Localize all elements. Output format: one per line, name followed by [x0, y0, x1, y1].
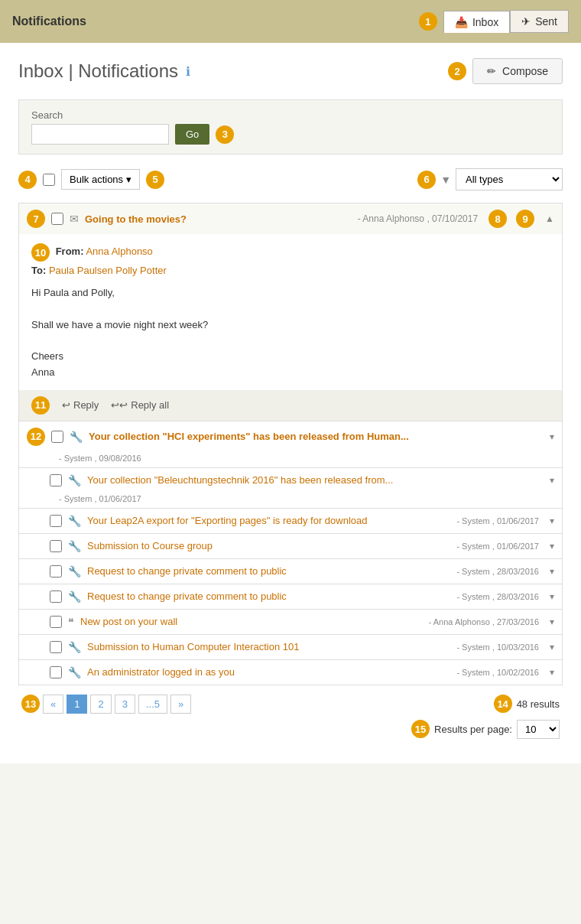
- chevron-down-icon-5: ▾: [550, 541, 554, 551]
- notif-item-1: 7 ✉ Going to the movies? - Anna Alphonso…: [19, 203, 562, 421]
- wrench-icon-7: 🔧: [68, 591, 81, 603]
- go-button[interactable]: Go: [175, 124, 209, 145]
- badge-15: 15: [411, 720, 430, 738]
- notif-meta-7: - System , 28/03/2016: [456, 592, 539, 601]
- notif-item-3: 🔧 Your collection "Beleuchtungstechnik 2…: [19, 468, 562, 509]
- notif-submeta-3: - System , 01/06/2017: [19, 493, 562, 508]
- notif-item-6: 🔧 Request to change private comment to p…: [19, 559, 562, 584]
- inbox-tab[interactable]: 📥 Inbox: [443, 11, 510, 33]
- badge-14: 14: [494, 695, 512, 713]
- notif-subject-4: Your Leap2A export for "Exporting pages"…: [87, 515, 450, 526]
- top-bar-title: Notifications: [12, 15, 86, 28]
- notif-row-9[interactable]: 🔧 Submission to Human Computer Interacti…: [19, 635, 562, 659]
- notif-checkbox-9[interactable]: [50, 641, 62, 653]
- page-3-button[interactable]: 3: [115, 695, 135, 714]
- email-from: 10 From: Anna Alphonso: [31, 243, 550, 262]
- wrench-icon-3: 🔧: [68, 474, 81, 486]
- page-2-button[interactable]: 2: [90, 695, 111, 714]
- sent-tab-label: Sent: [535, 15, 557, 28]
- notif-meta-8: - Anna Alphonso , 27/03/2016: [429, 617, 539, 626]
- inbox-icon: 📥: [455, 16, 468, 28]
- page-header: Inbox | Notifications ℹ 2 ✏ Compose: [18, 58, 563, 84]
- wrench-icon-10: 🔧: [68, 666, 81, 678]
- notif-meta-10: - System , 10/02/2016: [456, 668, 539, 677]
- compose-badge: 2: [448, 62, 466, 80]
- notif-row-6[interactable]: 🔧 Request to change private comment to p…: [19, 559, 562, 584]
- notif-row-8[interactable]: ❝ New post on your wall - Anna Alphonso …: [19, 610, 562, 634]
- badge-10: 10: [31, 243, 50, 262]
- notif-checkbox-3[interactable]: [50, 474, 62, 486]
- info-icon[interactable]: ℹ: [186, 64, 190, 79]
- chevron-up-icon-1: ▲: [545, 213, 554, 224]
- notif-item-8: ❝ New post on your wall - Anna Alphonso …: [19, 610, 562, 635]
- notif-subject-10: An administrator logged in as you: [87, 666, 450, 678]
- page-title-area: Inbox | Notifications ℹ: [18, 60, 190, 82]
- notif-row-1[interactable]: 7 ✉ Going to the movies? - Anna Alphonso…: [19, 203, 562, 234]
- notif-subject-5: Submission to Course group: [87, 540, 450, 551]
- chevron-down-icon-9: ▾: [550, 642, 554, 652]
- notif-row-2[interactable]: 12 🔧 Your collection "HCI experiments" h…: [19, 421, 562, 452]
- email-content-1: 10 From: Anna Alphonso To: Paula Paulsen…: [19, 234, 562, 381]
- email-to: To: Paula Paulsen Polly Potter: [31, 265, 550, 276]
- sent-tab[interactable]: ✈ Sent: [510, 10, 569, 33]
- notif-item-9: 🔧 Submission to Human Computer Interacti…: [19, 635, 562, 660]
- chevron-down-icon-7: ▾: [550, 591, 554, 602]
- notif-meta-9: - System , 10/03/2016: [456, 643, 539, 652]
- reply-label: Reply: [73, 399, 99, 411]
- notif-checkbox-7[interactable]: [50, 591, 62, 603]
- chevron-down-icon-2: ▾: [550, 431, 554, 442]
- page-prev-button[interactable]: «: [43, 695, 63, 714]
- search-input[interactable]: [31, 124, 169, 145]
- search-row: Go 3: [31, 124, 550, 145]
- main-content: Inbox | Notifications ℹ 2 ✏ Compose Sear…: [0, 43, 581, 763]
- notif-checkbox-4[interactable]: [50, 515, 62, 527]
- toolbar-badge-4: 4: [18, 171, 37, 189]
- notif-checkbox-10[interactable]: [50, 666, 62, 678]
- page-1-button[interactable]: 1: [67, 695, 87, 714]
- reply-all-label: Reply all: [131, 399, 169, 411]
- bulk-actions-button[interactable]: Bulk actions ▾: [61, 169, 140, 190]
- notif-checkbox-6[interactable]: [50, 565, 62, 578]
- notif-row-10[interactable]: 🔧 An administrator logged in as you - Sy…: [19, 660, 562, 685]
- page-ellipsis-button[interactable]: ...5: [138, 695, 167, 714]
- notif-row-5[interactable]: 🔧 Submission to Course group - System , …: [19, 534, 562, 558]
- badge-7: 7: [27, 210, 45, 228]
- reply-button[interactable]: ↩ Reply: [62, 396, 99, 414]
- reply-all-icon: ↩↩: [111, 399, 128, 411]
- notif-checkbox-2[interactable]: [51, 431, 63, 443]
- page-next-button[interactable]: »: [170, 695, 191, 714]
- results-count: 48 results: [517, 698, 560, 710]
- toolbar-badge-6: 6: [417, 171, 436, 189]
- per-page-select[interactable]: 10 25 50 100: [517, 720, 560, 739]
- pagination-left: 13 « 1 2 3 ...5 »: [21, 695, 191, 714]
- compose-icon: ✏: [487, 65, 496, 77]
- badge-12: 12: [27, 428, 45, 446]
- wrench-icon-9: 🔧: [68, 641, 81, 653]
- reply-all-button[interactable]: ↩↩ Reply all: [111, 396, 169, 414]
- notif-row-3[interactable]: 🔧 Your collection "Beleuchtungstechnik 2…: [19, 468, 562, 493]
- page-title: Inbox | Notifications: [18, 60, 178, 82]
- compose-button[interactable]: ✏ Compose: [472, 58, 563, 84]
- email-body: Hi Paula and Polly, Shall we have a movi…: [31, 285, 550, 381]
- notif-checkbox-1[interactable]: [51, 213, 63, 225]
- notif-subject-2: Your collection "HCI experiments" has be…: [89, 431, 539, 442]
- notif-row-7[interactable]: 🔧 Request to change private comment to p…: [19, 584, 562, 609]
- notif-checkbox-5[interactable]: [50, 540, 62, 552]
- type-filter-select[interactable]: All types: [456, 168, 563, 190]
- select-all-checkbox[interactable]: [43, 174, 55, 186]
- per-page-area: 15 Results per page: 10 25 50 100: [18, 717, 563, 748]
- filter-icon: ▼: [440, 174, 451, 186]
- notif-row-4[interactable]: 🔧 Your Leap2A export for "Exporting page…: [19, 509, 562, 533]
- bulk-actions-chevron-icon: ▾: [126, 174, 131, 185]
- top-bar-tabs: 1 📥 Inbox ✈ Sent: [419, 10, 569, 33]
- notif-item-5: 🔧 Submission to Course group - System , …: [19, 534, 562, 559]
- top-bar: Notifications 1 📥 Inbox ✈ Sent: [0, 0, 581, 43]
- wrench-icon-5: 🔧: [68, 540, 81, 552]
- wrench-icon-6: 🔧: [68, 565, 81, 578]
- quote-icon-8: ❝: [68, 616, 74, 628]
- email-from-name: Anna Alphonso: [86, 246, 152, 257]
- search-label: Search: [31, 109, 550, 121]
- notif-item-4: 🔧 Your Leap2A export for "Exporting page…: [19, 509, 562, 534]
- notif-subject-1: Going to the movies?: [85, 213, 352, 225]
- notif-checkbox-8[interactable]: [50, 616, 62, 628]
